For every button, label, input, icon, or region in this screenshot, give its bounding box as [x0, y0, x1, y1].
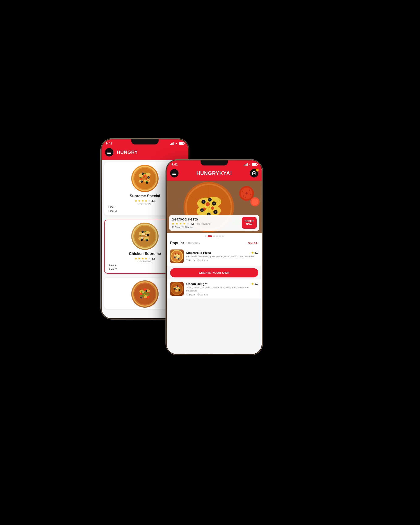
- svg-point-88: [209, 199, 211, 201]
- hero-category: Pizza: [175, 226, 181, 228]
- front-status-icons: ▲: [244, 163, 257, 166]
- clock-icon: [182, 226, 184, 228]
- svg-point-95: [242, 191, 243, 192]
- ocean-meta: Pizza 20 mins: [186, 293, 258, 296]
- svg-point-13: [148, 177, 149, 178]
- hero-rating: 4.5: [191, 222, 195, 225]
- hero-category-tag: Pizza: [172, 226, 181, 228]
- mozzarella-rating: ★ 5.0: [251, 251, 258, 254]
- supreme-rating: 4.5: [151, 199, 155, 202]
- back-app-header: HUNGRY: [102, 146, 188, 160]
- hero-banner: Seafood Pesto ★ ★ ★ ★ ★ 4.5 (378 Reviews…: [167, 181, 262, 233]
- front-app-header: HUNGRYKYA! 1: [167, 167, 262, 181]
- create-your-own-button[interactable]: CREATE YOUR OWN: [170, 268, 258, 277]
- cart-button[interactable]: 1: [250, 169, 258, 178]
- svg-point-22: [140, 179, 141, 180]
- svg-point-17: [147, 182, 147, 183]
- back-signal-icon: [170, 142, 174, 145]
- back-menu-button[interactable]: [105, 148, 113, 156]
- pizza-svg-chicken: [131, 223, 159, 250]
- dish-thumb-ocean: [170, 282, 184, 296]
- ocean-rating: ★ 5.0: [251, 282, 258, 286]
- popular-count: • 18 Dishes: [186, 242, 200, 245]
- chicken-stars: ★ ★ ★ ★ ★ 4.5: [135, 257, 155, 260]
- dish-item-ocean[interactable]: Ocean Delight ★ 5.0 Squid, clams, crab s…: [167, 280, 262, 298]
- hero-time: 20 mins: [185, 226, 193, 228]
- svg-point-33: [141, 237, 144, 239]
- mozzarella-name: Mozzarella Pizza: [186, 251, 211, 254]
- ocean-name: Ocean Delight: [186, 282, 207, 286]
- chicken-reviews: (378 Reviews): [138, 260, 152, 263]
- front-battery-icon: [252, 163, 257, 166]
- svg-point-96: [250, 194, 251, 195]
- carousel-dot-3[interactable]: [213, 235, 215, 237]
- svg-point-31: [142, 233, 145, 235]
- front-wifi-icon: ▲: [249, 163, 251, 166]
- svg-point-133: [177, 286, 178, 287]
- cart-icon: [252, 171, 256, 175]
- svg-point-131: [179, 290, 180, 291]
- front-status-time: 9:41: [171, 162, 178, 166]
- front-screen: 9:41 ▲: [167, 160, 262, 354]
- svg-point-117: [175, 257, 175, 258]
- svg-point-112: [178, 253, 179, 255]
- hero-category-row: Pizza 20 mins: [172, 226, 242, 228]
- hero-rating-row: ★ ★ ★ ★ ★ 4.5 (378 Reviews): [172, 222, 242, 225]
- svg-point-98: [249, 190, 250, 191]
- svg-point-15: [141, 181, 142, 182]
- svg-point-134: [174, 285, 176, 287]
- dish-item-mozzarella[interactable]: Mozzarella Pizza ★ 5.0 mozzarella, tomat…: [167, 247, 262, 266]
- svg-point-135: [178, 286, 180, 287]
- back-wifi-icon: ▲: [175, 142, 178, 145]
- back-status-icons: ▲: [170, 142, 184, 145]
- order-now-button[interactable]: ORDER NOW: [242, 217, 257, 229]
- carousel-dot-2[interactable]: [208, 235, 212, 237]
- popular-header: Popular • 18 Dishes See All ›: [167, 238, 262, 247]
- mozzarella-desc: mozzarella, tomatoes, green pepper, onio…: [186, 255, 258, 258]
- cutlery-icon-small: [186, 259, 189, 262]
- svg-point-111: [175, 253, 176, 255]
- svg-point-78: [203, 201, 204, 203]
- pizza-image-veggie: [131, 280, 159, 308]
- pizza-image-supreme: [131, 165, 159, 192]
- svg-point-21: [145, 175, 146, 176]
- front-menu-button[interactable]: [170, 169, 178, 178]
- supreme-stars: ★ ★ ★ ★ ★ 4.5: [135, 199, 155, 202]
- back-status-time: 9:41: [106, 141, 112, 145]
- front-phone: 9:41 ▲: [166, 159, 262, 355]
- carousel-dot-6[interactable]: [222, 235, 224, 237]
- supreme-name: Supreme Special: [130, 194, 160, 198]
- hero-time-tag: 20 mins: [182, 226, 193, 228]
- phones-container: 9:41 ▲: [94, 126, 326, 399]
- svg-point-99: [243, 195, 244, 197]
- see-all-label: See All: [248, 242, 257, 245]
- carousel-dot-4[interactable]: [216, 235, 218, 237]
- clock-icon-small: [197, 259, 200, 262]
- svg-point-94: [245, 192, 248, 195]
- chicken-name: Chicken Supreme: [129, 252, 161, 256]
- svg-point-60: [141, 297, 142, 298]
- svg-point-8: [145, 178, 147, 180]
- supreme-reviews: (378 Reviews): [138, 202, 152, 205]
- svg-point-74: [205, 202, 210, 206]
- back-battery-icon: [179, 142, 184, 145]
- dish-thumb-mozzarella: [170, 250, 184, 263]
- mozzarella-meta: Pizza 15 mins: [186, 259, 258, 262]
- svg-point-37: [148, 234, 149, 235]
- pizza-svg-supreme: [131, 165, 159, 192]
- dish-svg-ocean: [170, 282, 184, 296]
- svg-point-2: [134, 168, 155, 189]
- svg-point-58: [146, 291, 147, 291]
- ocean-desc: Squid, clams, crab stick, pineapple, Che…: [186, 286, 258, 292]
- svg-point-56: [147, 296, 149, 298]
- carousel-dot-5[interactable]: [219, 235, 221, 237]
- dish-svg-mozzarella: [170, 250, 184, 263]
- front-notch: [201, 160, 228, 166]
- cutlery-icon: [172, 226, 174, 228]
- pizza-svg-veggie: [131, 280, 159, 308]
- see-all-button[interactable]: See All ›: [248, 242, 258, 245]
- hero-info-card: Seafood Pesto ★ ★ ★ ★ ★ 4.5 (378 Reviews…: [169, 215, 259, 231]
- svg-point-39: [141, 239, 142, 240]
- front-scroll-content: Popular • 18 Dishes See All ›: [167, 238, 262, 354]
- carousel-dot-1[interactable]: [205, 235, 206, 237]
